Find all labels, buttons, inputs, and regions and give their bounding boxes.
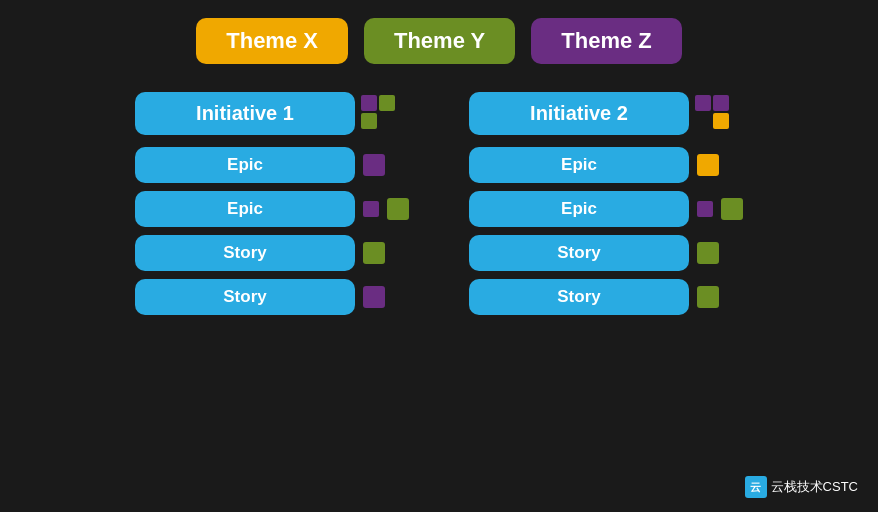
epic-3-row: Epic [469, 147, 719, 183]
sq-purple-2a [695, 95, 711, 111]
sq-purple-2b [713, 95, 729, 111]
story-3-row: Story [469, 235, 719, 271]
initiative-2-squares [695, 95, 733, 133]
initiative-1-squares [361, 95, 399, 133]
epic-2-row: Epic [135, 191, 409, 227]
watermark-icon: 云 [745, 476, 767, 498]
epic-1-sq [363, 154, 385, 176]
sq-green-2 [361, 113, 377, 129]
epic-4-sq-green [721, 198, 743, 220]
story-3-box: Story [469, 235, 689, 271]
epic-4-sq-purple [697, 201, 713, 217]
epic-2-box: Epic [135, 191, 355, 227]
story-4-row: Story [469, 279, 719, 315]
watermark: 云 云栈技术CSTC [745, 476, 858, 498]
theme-z: Theme Z [531, 18, 681, 64]
epic-1-box: Epic [135, 147, 355, 183]
initiative-2-header: Initiative 2 [469, 92, 733, 135]
initiative-1-box: Initiative 1 [135, 92, 355, 135]
epic-4-row: Epic [469, 191, 743, 227]
themes-row: Theme X Theme Y Theme Z [30, 18, 848, 64]
initiative-1-col: Initiative 1 Epic Epic Story [135, 92, 409, 315]
epic-2-sq-green [387, 198, 409, 220]
initiative-2-col: Initiative 2 Epic Epic Story [469, 92, 743, 315]
epic-3-sq [697, 154, 719, 176]
initiatives-row: Initiative 1 Epic Epic Story [30, 92, 848, 315]
initiative-2-box: Initiative 2 [469, 92, 689, 135]
epic-3-box: Epic [469, 147, 689, 183]
story-3-sq [697, 242, 719, 264]
theme-y: Theme Y [364, 18, 515, 64]
epic-4-box: Epic [469, 191, 689, 227]
story-1-sq [363, 242, 385, 264]
story-2-box: Story [135, 279, 355, 315]
epic-1-row: Epic [135, 147, 385, 183]
initiative-1-header: Initiative 1 [135, 92, 399, 135]
sq-yellow-2 [713, 113, 729, 129]
epic-2-sq-purple [363, 201, 379, 217]
story-1-box: Story [135, 235, 355, 271]
story-1-row: Story [135, 235, 385, 271]
story-4-box: Story [469, 279, 689, 315]
story-4-sq [697, 286, 719, 308]
story-2-sq [363, 286, 385, 308]
watermark-text: 云栈技术CSTC [771, 478, 858, 496]
diagram: Theme X Theme Y Theme Z Initiative 1 Epi… [0, 0, 878, 512]
theme-x: Theme X [196, 18, 348, 64]
story-2-row: Story [135, 279, 385, 315]
sq-purple-1 [361, 95, 377, 111]
sq-green-1 [379, 95, 395, 111]
